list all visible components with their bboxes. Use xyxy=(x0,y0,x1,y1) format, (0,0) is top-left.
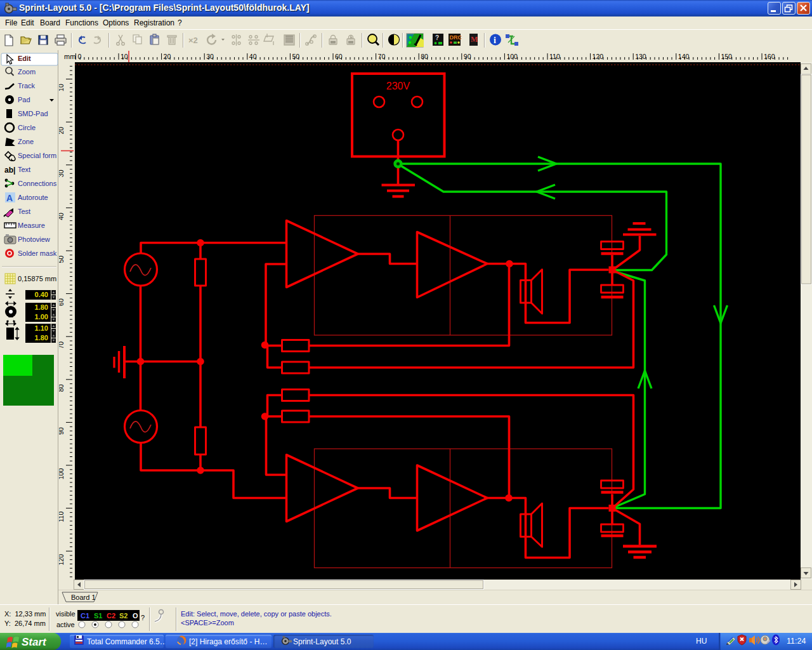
svg-text:30: 30 xyxy=(59,169,65,177)
svg-text:130: 130 xyxy=(635,53,646,60)
svg-text:150: 150 xyxy=(721,53,732,60)
svg-text:110: 110 xyxy=(549,53,560,60)
svg-text:90: 90 xyxy=(59,427,65,435)
svg-text:i: i xyxy=(494,36,496,45)
svg-text:DRC: DRC xyxy=(450,34,462,41)
svg-text:S2: S2 xyxy=(119,612,128,620)
svg-text:120: 120 xyxy=(593,53,604,60)
svg-text:?: ? xyxy=(141,614,145,621)
svg-text:100: 100 xyxy=(506,53,518,60)
svg-text:Board 1: Board 1 xyxy=(71,594,96,601)
svg-text:0: 0 xyxy=(77,53,81,60)
svg-text:C1: C1 xyxy=(81,612,89,620)
svg-text:×2: ×2 xyxy=(188,36,198,45)
svg-text:120: 120 xyxy=(59,554,65,566)
svg-text:80: 80 xyxy=(59,384,65,392)
svg-text:60: 60 xyxy=(59,298,65,306)
svg-text:mm: mm xyxy=(64,53,75,60)
svg-text:11:24: 11:24 xyxy=(787,637,806,646)
svg-text:160: 160 xyxy=(764,53,775,60)
svg-text:50: 50 xyxy=(59,256,65,263)
svg-text:70: 70 xyxy=(59,342,65,349)
svg-text:40: 40 xyxy=(59,213,65,220)
svg-text:20: 20 xyxy=(59,127,65,135)
svg-text:10: 10 xyxy=(59,84,65,91)
svg-text:100: 100 xyxy=(59,468,65,480)
svg-text:M: M xyxy=(471,35,478,44)
svg-text:S1: S1 xyxy=(94,612,102,620)
svg-text:C2: C2 xyxy=(107,612,115,620)
svg-text:140: 140 xyxy=(678,53,690,60)
svg-text:O: O xyxy=(133,612,138,620)
svg-text:230V: 230V xyxy=(386,81,410,91)
svg-text:?: ? xyxy=(435,34,439,41)
svg-text:110: 110 xyxy=(59,512,65,522)
